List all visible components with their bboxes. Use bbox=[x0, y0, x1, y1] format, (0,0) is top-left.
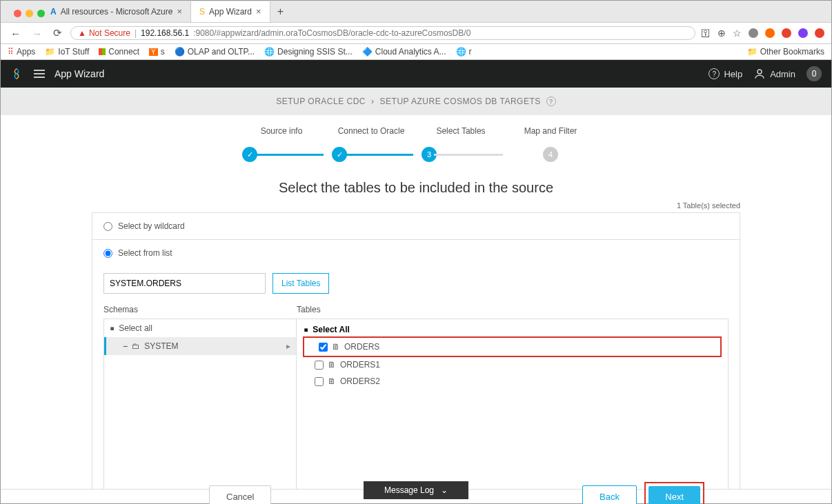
user-menu[interactable]: Admin bbox=[753, 68, 795, 80]
window-minimize[interactable] bbox=[26, 10, 33, 17]
message-log-toggle[interactable]: Message Log ⌄ bbox=[364, 481, 468, 499]
progress-stepper: Source info ✓ Connect to Oracle ✓ Select… bbox=[1, 122, 831, 166]
bookmark-item[interactable]: 🔷Cloud Analytics A... bbox=[362, 47, 446, 57]
user-icon bbox=[753, 68, 766, 80]
close-icon[interactable]: × bbox=[177, 6, 182, 17]
step-label: Select Tables bbox=[436, 126, 485, 136]
table-filter-input[interactable] bbox=[103, 273, 266, 294]
table-row-orders[interactable]: 🗎 ORDERS bbox=[305, 339, 720, 355]
collapse-icon[interactable]: ▪ bbox=[110, 323, 115, 333]
schema-item-system[interactable]: − 🗀 SYSTEM ▸ bbox=[104, 337, 296, 355]
table-row[interactable]: 🗎 ORDERS1 bbox=[297, 356, 728, 373]
step-label: Connect to Oracle bbox=[338, 126, 405, 136]
step-label: Map and Filter bbox=[524, 126, 577, 136]
extension-icon[interactable] bbox=[798, 28, 808, 38]
notification-badge[interactable]: 0 bbox=[806, 66, 822, 81]
back-icon[interactable]: ← bbox=[8, 26, 23, 41]
browser-tab-active[interactable]: S App Wizard × bbox=[191, 1, 270, 22]
step-label: Source info bbox=[261, 126, 303, 136]
selection-count: 1 Table(s) selected bbox=[92, 201, 740, 210]
app-header: App Wizard ? Help Admin 0 bbox=[1, 60, 831, 88]
zoom-icon[interactable]: ⊕ bbox=[717, 28, 726, 39]
table-icon: 🗎 bbox=[328, 360, 336, 370]
window-maximize[interactable] bbox=[37, 10, 45, 17]
new-tab-button[interactable]: + bbox=[270, 6, 290, 18]
radio-wildcard[interactable]: Select by wildcard bbox=[92, 213, 740, 240]
star-icon[interactable]: ☆ bbox=[733, 28, 742, 39]
address-bar[interactable]: ▲ Not Secure | 192.168.56.1:9080/#appwiz… bbox=[70, 26, 695, 40]
striim-icon: S bbox=[199, 7, 205, 17]
extension-icon[interactable] bbox=[749, 28, 758, 38]
close-icon[interactable]: × bbox=[256, 6, 261, 17]
folder-icon: 🗀 bbox=[132, 341, 140, 351]
url-path: :9080/#appwizard/admin.oraToCosmosDB/ora… bbox=[193, 28, 471, 38]
tab-title: App Wizard bbox=[209, 7, 252, 17]
other-bookmarks[interactable]: 📁Other Bookmarks bbox=[747, 47, 824, 57]
chevron-right-icon: › bbox=[371, 97, 375, 106]
back-button[interactable]: Back bbox=[582, 485, 637, 505]
chevron-down-icon: ⌄ bbox=[441, 485, 448, 495]
breadcrumb-step[interactable]: SETUP ORACLE CDC bbox=[276, 97, 366, 106]
bookmark-item[interactable]: Connect bbox=[99, 47, 139, 57]
cancel-button[interactable]: Cancel bbox=[209, 485, 271, 505]
table-row[interactable]: 🗎 ORDERS2 bbox=[297, 373, 728, 390]
help-icon[interactable]: ? bbox=[546, 97, 556, 106]
url-host: 192.168.56.1 bbox=[141, 28, 189, 38]
window-close[interactable] bbox=[14, 10, 21, 17]
bookmarks-bar: ⠿Apps 📁IoT Stuff Connect Ys 🔵OLAP and OL… bbox=[1, 44, 831, 60]
radio-input[interactable] bbox=[103, 249, 112, 258]
bookmark-item[interactable]: 🌐Designing SSIS St... bbox=[264, 47, 353, 57]
schema-select-all[interactable]: ▪ Select all bbox=[104, 319, 296, 337]
menu-icon[interactable] bbox=[34, 70, 45, 78]
forward-icon[interactable]: → bbox=[29, 26, 45, 41]
extension-icon[interactable] bbox=[765, 28, 775, 38]
main-content: Source info ✓ Connect to Oracle ✓ Select… bbox=[1, 115, 831, 504]
key-icon[interactable]: ⚿ bbox=[701, 28, 711, 39]
bookmark-folder[interactable]: 📁IoT Stuff bbox=[45, 47, 89, 57]
radio-input[interactable] bbox=[103, 222, 112, 231]
tab-title: All resources - Microsoft Azure bbox=[61, 7, 173, 17]
table-checkbox[interactable] bbox=[315, 361, 324, 370]
schemas-header: Schemas bbox=[103, 301, 297, 319]
table-checkbox[interactable] bbox=[319, 343, 328, 352]
help-icon: ? bbox=[709, 68, 720, 79]
extension-icon[interactable] bbox=[782, 28, 791, 38]
apps-shortcut[interactable]: ⠿Apps bbox=[8, 47, 35, 57]
bookmark-item[interactable]: 🔵OLAP and OLTP... bbox=[175, 47, 255, 57]
tables-select-all[interactable]: ▪ Select All bbox=[297, 319, 728, 337]
radio-list[interactable]: Select from list bbox=[92, 240, 740, 266]
list-tables-button[interactable]: List Tables bbox=[273, 273, 329, 294]
breadcrumb: SETUP ORACLE CDC › SETUP AZURE COSMOS DB… bbox=[1, 88, 831, 115]
schema-tree: ▪ Select all − 🗀 SYSTEM ▸ bbox=[103, 319, 297, 504]
section-subtitle: Select the tables to be included in the … bbox=[1, 180, 831, 196]
security-warning: ▲ Not Secure bbox=[78, 28, 130, 38]
selection-panel: Select by wildcard Select from list List… bbox=[92, 212, 740, 504]
table-icon: 🗎 bbox=[328, 376, 336, 386]
bookmark-item[interactable]: 🌐r bbox=[456, 47, 472, 57]
table-icon: 🗎 bbox=[332, 342, 340, 352]
collapse-icon[interactable]: − bbox=[123, 341, 128, 351]
reload-icon[interactable]: ⟳ bbox=[50, 26, 65, 41]
browser-tab[interactable]: A All resources - Microsoft Azure × bbox=[42, 1, 191, 22]
extension-icon[interactable] bbox=[815, 28, 824, 38]
tables-list: ▪ Select All 🗎 ORDERS bbox=[297, 319, 729, 504]
tables-header: Tables bbox=[297, 301, 729, 319]
wizard-footer: Cancel Back Next Message Log ⌄ bbox=[1, 489, 831, 503]
svg-point-0 bbox=[757, 70, 762, 74]
app-logo-icon bbox=[10, 67, 24, 81]
step-future-icon: 4 bbox=[543, 147, 558, 162]
page-title: App Wizard bbox=[55, 68, 104, 79]
warning-icon: ▲ bbox=[78, 28, 86, 38]
chevron-right-icon: ▸ bbox=[286, 341, 290, 351]
collapse-icon[interactable]: ▪ bbox=[304, 325, 308, 334]
breadcrumb-step: SETUP AZURE COSMOS DB TARGETS bbox=[380, 97, 541, 106]
bookmark-item[interactable]: Ys bbox=[149, 47, 165, 57]
browser-chrome: A All resources - Microsoft Azure × S Ap… bbox=[1, 1, 831, 60]
table-checkbox[interactable] bbox=[315, 377, 324, 386]
next-button[interactable]: Next bbox=[648, 486, 700, 505]
help-link[interactable]: ? Help bbox=[709, 68, 742, 79]
